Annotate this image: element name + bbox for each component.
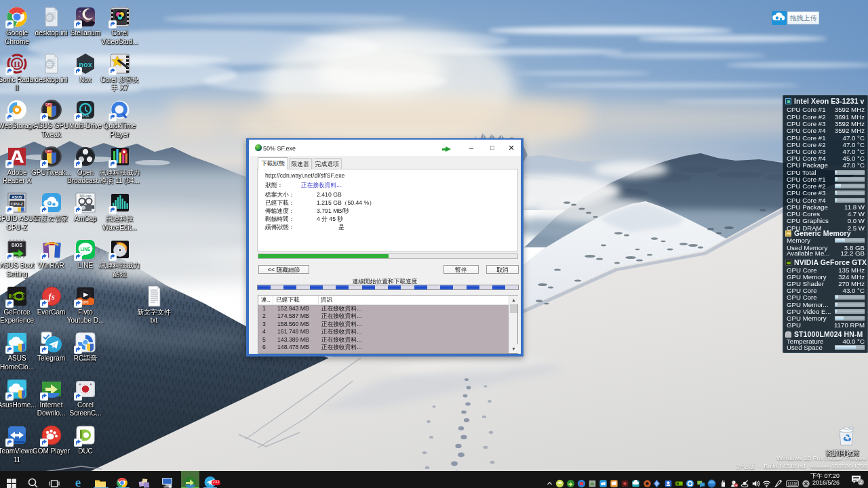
- svg-text:ASUS: ASUS: [12, 195, 22, 199]
- svg-text:MP3: MP3: [82, 301, 89, 304]
- svg-text:MS-cap: MS-cap: [79, 194, 91, 198]
- svg-text:GPU: GPU: [45, 103, 52, 106]
- svg-text:drive: drive: [82, 114, 90, 118]
- svg-text:GPU: GPU: [45, 150, 52, 153]
- svg-text:BIOS: BIOS: [12, 243, 23, 247]
- svg-text:fs: fs: [48, 291, 54, 302]
- svg-text:CPU-Z: CPU-Z: [11, 202, 24, 206]
- svg-text:II: II: [14, 59, 20, 69]
- svg-text:e: e: [75, 474, 81, 488]
- svg-text:LINE: LINE: [81, 247, 91, 251]
